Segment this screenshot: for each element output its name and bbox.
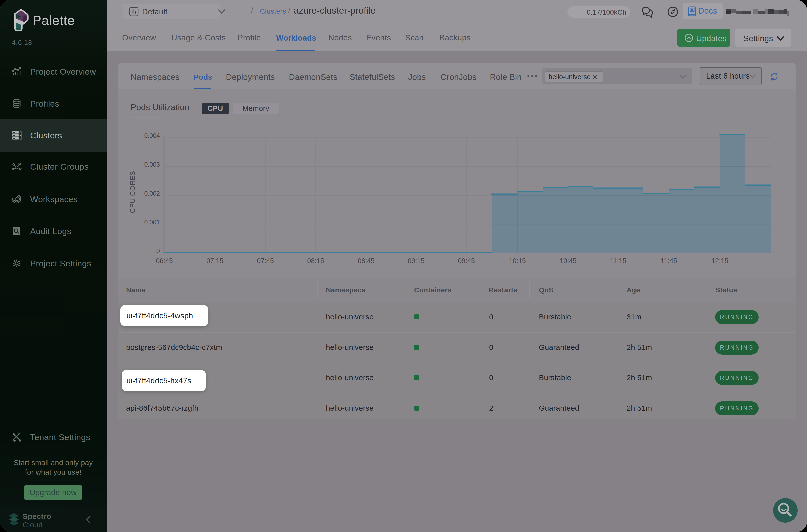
svg-text:CPU CORES: CPU CORES — [129, 171, 136, 213]
svg-text:10:45: 10:45 — [560, 257, 577, 265]
svg-text:0.003: 0.003 — [144, 161, 160, 168]
svg-text:08:15: 08:15 — [307, 257, 324, 265]
svg-text:0.002: 0.002 — [144, 190, 160, 197]
svg-text:07:45: 07:45 — [257, 257, 274, 265]
svg-text:06:45: 06:45 — [156, 257, 173, 265]
svg-text:09:15: 09:15 — [408, 257, 425, 265]
svg-text:11:15: 11:15 — [610, 257, 626, 265]
svg-text:07:15: 07:15 — [206, 257, 223, 265]
svg-text:0.001: 0.001 — [144, 218, 160, 226]
svg-text:08:45: 08:45 — [358, 257, 375, 265]
svg-text:10:15: 10:15 — [509, 257, 526, 265]
svg-text:0: 0 — [156, 247, 160, 254]
svg-text:11:45: 11:45 — [661, 257, 677, 265]
svg-text:0.004: 0.004 — [144, 132, 160, 139]
svg-text:12:15: 12:15 — [711, 257, 728, 265]
svg-text:09:45: 09:45 — [458, 257, 475, 265]
